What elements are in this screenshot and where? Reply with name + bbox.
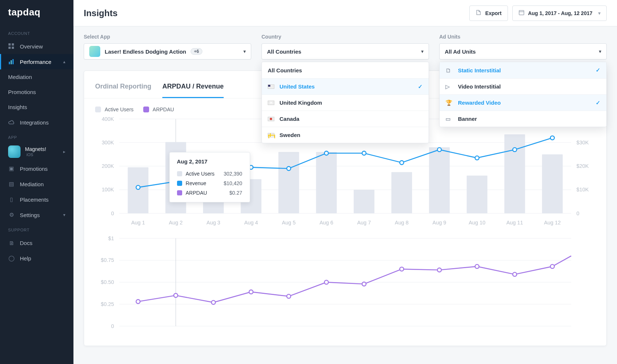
calendar-icon — [519, 10, 524, 17]
filter-row: Select App Laser! Endless Dodging Action… — [73, 26, 617, 62]
svg-text:200K: 200K — [102, 163, 114, 169]
sidebar-item-docs[interactable]: 🗎 Docs — [0, 235, 73, 251]
sidebar-item-mediation[interactable]: Mediation — [0, 69, 73, 84]
filter-country: Country All Countries ▾ All Countries Un… — [261, 34, 429, 60]
svg-rect-5 — [11, 60, 12, 64]
app-platform: iOS — [26, 152, 33, 157]
svg-rect-35 — [542, 154, 563, 213]
filter-label: Select App — [84, 34, 251, 40]
sidebar-item-label: Help — [20, 255, 31, 262]
main-area: Insights Export Aug 1, 2017 - Aug, 12 20… — [73, 0, 617, 364]
svg-rect-33 — [467, 176, 487, 213]
tab-ordinal[interactable]: Ordinal Reporting — [95, 75, 151, 98]
select-value: All Ad Units — [445, 48, 476, 55]
select-app-dropdown[interactable]: Laser! Endless Dodging Action +6 ▾ — [84, 43, 251, 60]
svg-point-76 — [324, 280, 328, 284]
swatch-icon — [143, 107, 149, 112]
swatch-icon — [177, 171, 182, 176]
play-icon: ▷ — [445, 83, 453, 90]
export-label: Export — [485, 10, 501, 16]
app-icon — [89, 46, 100, 57]
country-option-us[interactable]: United States ✓ — [262, 78, 429, 94]
adunit-option-rewarded[interactable]: 🏆 Rewarded Video ✓ — [440, 94, 606, 111]
svg-point-56 — [437, 148, 441, 152]
sidebar-item-label: Overview — [20, 43, 43, 50]
svg-text:Aug 11: Aug 11 — [506, 220, 523, 226]
check-icon: ✓ — [596, 83, 600, 90]
sidebar-item-label: Mediation — [20, 181, 44, 187]
layers-icon: ▤ — [8, 181, 15, 187]
gear-icon: ⚙ — [8, 212, 15, 218]
legend-active-users[interactable]: Active Users — [95, 107, 134, 112]
svg-rect-31 — [392, 172, 412, 213]
sidebar-app-selector[interactable]: Magnets! iOS ▸ — [0, 143, 73, 161]
country-dropdown-menu: All Countries United States ✓ United Kin… — [261, 62, 429, 143]
arpdau-line-chart[interactable]: 0$0.25$0.50$0.75$1 — [95, 234, 595, 335]
country-option-all[interactable]: All Countries — [262, 62, 429, 78]
date-range-picker[interactable]: Aug 1, 2017 - Aug, 12 2017 ▾ — [512, 6, 607, 21]
svg-point-79 — [437, 268, 441, 272]
sidebar-item-help[interactable]: ◯ Help — [0, 251, 73, 266]
export-button[interactable]: Export — [469, 6, 508, 21]
country-option-ca[interactable]: Canada — [262, 111, 429, 127]
date-range-label: Aug 1, 2017 - Aug, 12 2017 — [528, 10, 592, 16]
sidebar-item-label: Settings — [20, 212, 40, 218]
adunits-dropdown-menu: 🗋 Static Interstitial ✓ ▷ Video Intersti… — [439, 62, 607, 127]
adunits-dropdown[interactable]: All Ad Units ▾ — [439, 43, 607, 60]
grid-icon — [8, 43, 15, 50]
sidebar-item-integrations[interactable]: Integrations — [0, 115, 73, 130]
country-option-uk[interactable]: United Kingdom — [262, 94, 429, 111]
sidebar-item-label: Mediation — [8, 74, 32, 80]
chevron-down-icon: ▾ — [243, 49, 246, 54]
sidebar-item-label: Insights — [8, 104, 27, 110]
svg-point-58 — [513, 148, 517, 152]
svg-text:$0.25: $0.25 — [101, 301, 114, 307]
sidebar-item-app-mediation[interactable]: ▤ Mediation — [0, 176, 73, 192]
country-dropdown[interactable]: All Countries ▾ — [261, 43, 429, 60]
svg-point-72 — [174, 293, 178, 298]
svg-point-54 — [362, 151, 366, 155]
adunit-option-video[interactable]: ▷ Video Interstitial ✓ — [440, 78, 606, 94]
svg-text:Aug 5: Aug 5 — [282, 220, 295, 226]
sidebar-item-label: Integrations — [20, 119, 48, 126]
svg-rect-2 — [8, 47, 11, 49]
legend-arpdau[interactable]: ARPDAU — [143, 107, 174, 112]
sidebar-item-label: Docs — [20, 240, 32, 246]
app-name: Magnets! — [25, 146, 46, 152]
sidebar-item-app-placements[interactable]: ▯ Placements — [0, 192, 73, 207]
svg-text:300K: 300K — [102, 140, 114, 145]
bottom-chart: 0$0.25$0.50$0.75$1 — [84, 234, 606, 346]
svg-text:Aug 4: Aug 4 — [244, 220, 258, 226]
chevron-down-icon: ▾ — [421, 49, 423, 54]
svg-text:Aug 10: Aug 10 — [469, 220, 485, 226]
select-value: Laser! Endless Dodging Action — [105, 48, 186, 55]
svg-text:Aug 1: Aug 1 — [131, 220, 145, 226]
export-icon — [476, 10, 481, 17]
svg-point-78 — [400, 267, 404, 271]
sidebar-section-app: APP — [0, 130, 73, 143]
adunit-option-banner[interactable]: ▭ Banner ✓ — [440, 111, 606, 127]
svg-point-80 — [475, 264, 479, 269]
country-option-se[interactable]: Sweden — [262, 127, 429, 143]
svg-point-57 — [475, 156, 479, 160]
document-icon: 🗎 — [8, 239, 15, 246]
svg-text:Aug 3: Aug 3 — [206, 220, 220, 226]
svg-text:0: 0 — [111, 323, 114, 329]
tab-arpdau[interactable]: ARPDAU / Revenue — [162, 75, 224, 98]
sidebar-item-performance[interactable]: Performance ▴ — [0, 54, 73, 69]
sidebar-item-promotions[interactable]: Promotions — [0, 84, 73, 100]
svg-rect-4 — [9, 62, 10, 64]
filter-label: Country — [261, 34, 429, 40]
svg-rect-34 — [504, 134, 525, 213]
sidebar-item-overview[interactable]: Overview — [0, 39, 73, 54]
sidebar-item-app-settings[interactable]: ⚙ Settings ▾ — [0, 207, 73, 223]
sidebar-item-app-promotions[interactable]: ▣ Promotions — [0, 161, 73, 176]
flag-se-icon — [268, 133, 274, 137]
svg-point-52 — [287, 166, 291, 170]
check-icon: ✓ — [418, 83, 423, 90]
adunit-option-static[interactable]: 🗋 Static Interstitial ✓ — [440, 62, 606, 78]
svg-text:100K: 100K — [102, 187, 114, 192]
chevron-up-icon: ▴ — [63, 59, 65, 64]
page-title: Insights — [84, 8, 118, 18]
sidebar-item-insights[interactable]: Insights — [0, 100, 73, 115]
